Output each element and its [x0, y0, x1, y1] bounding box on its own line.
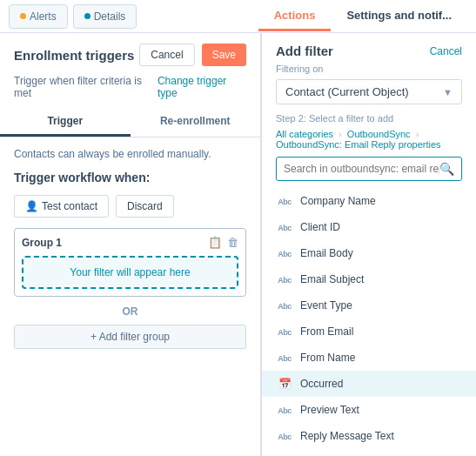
top-nav-right: Actions Settings and notif...	[258, 2, 467, 30]
right-header: Add filter Cancel	[262, 33, 476, 64]
or-divider: OR	[14, 305, 246, 318]
test-contact-label: Test contact	[42, 200, 97, 212]
filter-list-item[interactable]: ✉Sales Engagement Platform	[262, 449, 476, 456]
main-layout: Enrollment triggers Cancel Save Trigger …	[0, 33, 476, 456]
filter-placeholder[interactable]: Your filter will appear here	[22, 256, 238, 289]
copy-icon[interactable]: 📋	[208, 236, 222, 249]
alerts-dot	[20, 13, 26, 19]
top-nav-left: Alerts Details	[9, 4, 258, 29]
action-buttons: 👤 Test contact Discard	[14, 195, 246, 218]
filter-item-label: Company Name	[300, 195, 376, 207]
filter-list-item[interactable]: AbcClient ID	[262, 214, 476, 240]
right-cancel-link[interactable]: Cancel	[430, 45, 462, 57]
filter-list: AbcCompany NameAbcClient IDAbcEmail Body…	[262, 188, 476, 456]
left-content: Contacts can always be enrolled manually…	[0, 137, 260, 456]
chevron-down-icon: ▼	[443, 87, 453, 97]
filter-list-item[interactable]: 📅Occurred	[262, 371, 476, 397]
breadcrumb-email[interactable]: OutboundSync: Email Reply properties	[276, 139, 441, 150]
breadcrumb-sep-1: ›	[339, 129, 342, 139]
group-header: Group 1 📋 🗑	[22, 236, 238, 249]
left-header: Enrollment triggers Cancel Save	[0, 33, 260, 75]
tab-trigger[interactable]: Trigger	[0, 108, 131, 137]
search-input[interactable]	[284, 163, 439, 175]
delete-icon[interactable]: 🗑	[227, 236, 238, 249]
left-panel: Enrollment triggers Cancel Save Trigger …	[0, 33, 261, 456]
abc-icon: Abc	[276, 352, 293, 364]
filter-item-label: Preview Text	[300, 404, 359, 416]
breadcrumb-sep-2: ›	[416, 129, 419, 139]
filter-item-label: Reply Message Text	[300, 430, 394, 442]
abc-icon: Abc	[276, 325, 293, 338]
abc-icon: Abc	[276, 221, 293, 233]
details-label: Details	[94, 10, 126, 23]
abc-icon: Abc	[276, 247, 293, 259]
manual-enroll-note: Contacts can always be enrolled manually…	[14, 148, 246, 160]
filter-item-label: Client ID	[300, 221, 340, 233]
abc-icon: Abc	[276, 195, 293, 207]
filter-list-item[interactable]: AbcEmail Body	[262, 240, 476, 266]
filtering-on-label: Filtering on	[262, 64, 476, 79]
step2-label: Step 2: Select a filter to add	[262, 113, 476, 129]
add-filter-group-button[interactable]: + Add filter group	[14, 325, 246, 349]
filter-item-label: Event Type	[300, 299, 352, 312]
header-buttons: Cancel Save	[139, 44, 246, 66]
add-filter-title: Add filter	[276, 44, 333, 58]
filter-item-label: From Name	[300, 352, 355, 364]
test-icon: 👤	[25, 200, 38, 212]
right-panel: Add filter Cancel Filtering on Contact (…	[261, 33, 476, 456]
trigger-desc-text: Trigger when filter criteria is met	[14, 75, 158, 99]
filter-list-item[interactable]: AbcCompany Name	[262, 188, 476, 214]
abc-icon: Abc	[276, 299, 293, 312]
abc-icon: Abc	[276, 430, 293, 442]
top-nav: Alerts Details Actions Settings and noti…	[0, 0, 476, 33]
trigger-tab-bar: Trigger Re-enrollment	[0, 108, 260, 137]
filter-item-label: Email Body	[300, 247, 353, 259]
details-dot	[84, 13, 91, 19]
discard-label: Discard	[127, 200, 163, 212]
cancel-button[interactable]: Cancel	[139, 44, 194, 66]
details-tab[interactable]: Details	[73, 4, 137, 29]
calendar-icon: 📅	[276, 378, 293, 390]
filter-list-item[interactable]: AbcPreview Text	[262, 397, 476, 423]
tab-settings[interactable]: Settings and notif...	[331, 2, 467, 31]
filter-object-value: Contact (Current Object)	[285, 85, 409, 98]
filter-list-item[interactable]: AbcReply Message Text	[262, 423, 476, 449]
filter-list-item[interactable]: AbcEvent Type	[262, 292, 476, 319]
test-contact-button[interactable]: 👤 Test contact	[14, 195, 109, 218]
discard-button[interactable]: Discard	[116, 195, 174, 218]
enrollment-title: Enrollment triggers	[14, 48, 134, 63]
trigger-desc: Trigger when filter criteria is met Chan…	[0, 75, 260, 108]
group-title: Group 1	[22, 237, 62, 249]
group-icons: 📋 🗑	[208, 236, 238, 249]
alerts-label: Alerts	[30, 10, 57, 23]
trigger-when-label: Trigger workflow when:	[14, 171, 246, 184]
group-1-box: Group 1 📋 🗑 Your filter will appear here	[14, 228, 246, 297]
breadcrumb: All categories › OutboundSync › Outbound…	[262, 129, 476, 157]
breadcrumb-all[interactable]: All categories	[276, 129, 333, 139]
save-button[interactable]: Save	[202, 44, 246, 66]
tab-reenrollment[interactable]: Re-enrollment	[131, 108, 261, 137]
breadcrumb-outbound[interactable]: OutboundSync	[347, 129, 411, 139]
search-icon: 🔍	[439, 162, 454, 176]
search-box: 🔍	[276, 157, 462, 181]
filter-list-item[interactable]: AbcFrom Email	[262, 319, 476, 345]
tab-actions[interactable]: Actions	[258, 2, 332, 31]
abc-icon: Abc	[276, 273, 293, 285]
alerts-tab[interactable]: Alerts	[9, 4, 68, 29]
filter-list-item[interactable]: AbcFrom Name	[262, 345, 476, 371]
filter-item-label: From Email	[300, 325, 353, 338]
filter-object-select[interactable]: Contact (Current Object) ▼	[276, 79, 462, 104]
filter-list-item[interactable]: AbcEmail Subject	[262, 266, 476, 292]
change-trigger-link[interactable]: Change trigger type	[158, 75, 246, 99]
filter-item-label: Email Subject	[300, 273, 364, 285]
filter-item-label: Occurred	[300, 378, 343, 390]
abc-icon: Abc	[276, 404, 293, 416]
